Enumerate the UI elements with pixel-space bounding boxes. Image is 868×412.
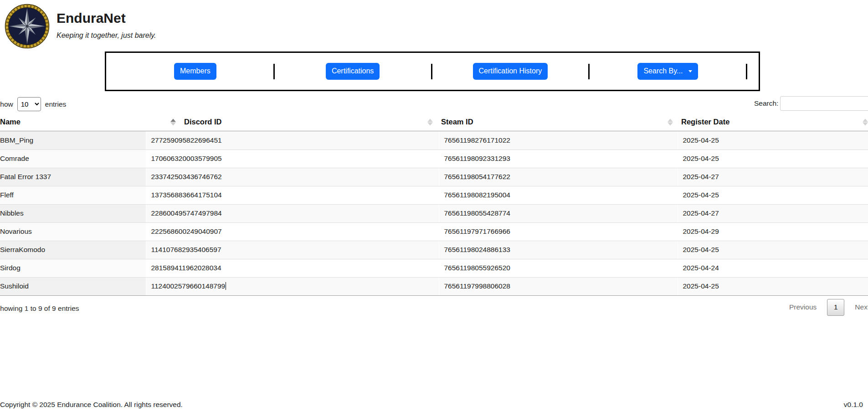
cell-register-date: 2025-04-24 <box>678 259 868 277</box>
page-length-control: Show 10 entries <box>0 97 66 111</box>
cell-name: Novarious <box>0 222 146 241</box>
cell-discord-id: 277259095822696451 <box>146 131 439 149</box>
cell-register-date: 2025-04-25 <box>678 277 868 295</box>
nav-section: Search By... <box>590 63 746 80</box>
cell-steam-id: 76561198092331293 <box>439 149 678 168</box>
table-row: Fatal Error 1337 233742503436746762 7656… <box>0 168 868 186</box>
version-text: v0.1.0 <box>844 401 863 409</box>
previous-page-button[interactable]: Previous <box>785 299 821 315</box>
caret-down-icon <box>688 70 692 72</box>
text-cursor <box>226 282 226 290</box>
cell-register-date: 2025-04-29 <box>678 222 868 241</box>
cell-discord-id: 114107682935406597 <box>146 241 439 259</box>
pagination: Previous 1 Next <box>785 299 868 316</box>
nav-certification-history-button[interactable]: Certification History <box>473 63 548 80</box>
nav-section: Certifications <box>275 63 431 80</box>
cell-steam-id: 76561198024886133 <box>439 241 678 259</box>
cell-discord-id: 1124002579660148799 <box>146 277 439 295</box>
nav-section: Members <box>117 63 273 80</box>
cell-discord-id: 233742503436746762 <box>146 168 439 186</box>
cell-discord-id: 281589411962028034 <box>146 259 439 277</box>
table-row: Sushiloid 1124002579660148799 7656119799… <box>0 277 868 295</box>
nav-search-by-label: Search By... <box>643 67 683 75</box>
cell-steam-id: 76561198055926520 <box>439 259 678 277</box>
cell-register-date: 2025-04-25 <box>678 149 868 168</box>
cell-steam-id: 76561198082195004 <box>439 186 678 204</box>
search-input[interactable] <box>780 96 868 111</box>
table-row: Novarious 222568600249040907 76561197971… <box>0 222 868 241</box>
cell-name: Nibbles <box>0 204 146 222</box>
cell-name: Sirdog <box>0 259 146 277</box>
compass-logo-icon <box>5 4 50 49</box>
search-label: Search: <box>754 99 778 108</box>
column-header-label: Discord ID <box>184 118 222 126</box>
cell-steam-id: 76561198055428774 <box>439 204 678 222</box>
table-row: BBM_Ping 277259095822696451 765611982761… <box>0 131 868 149</box>
cell-name: Fleff <box>0 186 146 204</box>
cell-name: Sushiloid <box>0 277 146 295</box>
page-content: EnduraNet Keeping it together, just bare… <box>0 0 868 321</box>
table-row: Fleff 137356883664175104 765611980821950… <box>0 186 868 204</box>
nav-divider <box>746 64 747 79</box>
column-header-discord-id[interactable]: Discord ID <box>179 113 436 131</box>
nav-certifications-button[interactable]: Certifications <box>326 63 380 80</box>
table-search-control: Search: <box>754 96 868 111</box>
sort-arrows-icon <box>863 118 868 125</box>
table-controls: Show 10 entries Search: <box>0 93 868 113</box>
column-header-register-date[interactable]: Register Date <box>676 113 868 131</box>
cell-name: BBM_Ping <box>0 131 146 149</box>
cell-steam-id: 76561197998806028 <box>439 277 678 295</box>
cell-discord-id: 222568600249040907 <box>146 222 439 241</box>
table-row: SierraKomodo 114107682935406597 76561198… <box>0 241 868 259</box>
column-header-label: Register Date <box>681 118 729 126</box>
cell-discord-id: 228600495747497984 <box>146 204 439 222</box>
sort-asc-icon <box>170 118 176 125</box>
cell-discord-id: 170606320003579905 <box>146 149 439 168</box>
cell-steam-id: 76561198276171022 <box>439 131 678 149</box>
column-header-label: Steam ID <box>441 118 473 126</box>
nav-search-by-dropdown[interactable]: Search By... <box>637 63 698 80</box>
app-title: EnduraNet <box>56 10 156 26</box>
brand-header: EnduraNet Keeping it together, just bare… <box>0 0 868 52</box>
cell-register-date: 2025-04-25 <box>678 241 868 259</box>
cell-register-date: 2025-04-25 <box>678 131 868 149</box>
site-footer: Copyright © 2025 Endurance Coalition. Al… <box>0 401 868 411</box>
cell-name: Comrade <box>0 149 146 168</box>
cell-register-date: 2025-04-27 <box>678 204 868 222</box>
sort-arrows-icon <box>668 118 673 125</box>
sort-arrows-icon <box>427 118 433 125</box>
brand-text: EnduraNet Keeping it together, just bare… <box>56 4 156 40</box>
cell-name: Fatal Error 1337 <box>0 168 146 186</box>
next-page-button[interactable]: Next <box>850 299 868 315</box>
main-nav: Members Certifications Certification His… <box>105 52 760 91</box>
cell-steam-id: 76561198054177622 <box>439 168 678 186</box>
page-number-button[interactable]: 1 <box>827 299 844 316</box>
show-label: Show <box>0 100 13 108</box>
cell-register-date: 2025-04-27 <box>678 168 868 186</box>
nav-section: Certification History <box>432 63 589 80</box>
cell-steam-id: 76561197971766966 <box>439 222 678 241</box>
cell-discord-id: 137356883664175104 <box>146 186 439 204</box>
table-row: Nibbles 228600495747497984 7656119805542… <box>0 204 868 222</box>
cell-discord-id-value: 1124002579660148799 <box>151 282 226 290</box>
table-header-row: Name Discord ID Steam ID Register Date <box>0 113 868 131</box>
page-size-select[interactable]: 10 <box>17 97 41 111</box>
app-tagline: Keeping it together, just barely. <box>56 31 156 40</box>
members-table: BBM_Ping 277259095822696451 765611982761… <box>0 131 868 296</box>
entries-label: entries <box>45 100 67 108</box>
table-row: Comrade 170606320003579905 7656119809233… <box>0 149 868 168</box>
column-header-steam-id[interactable]: Steam ID <box>436 113 676 131</box>
column-header-label: Name <box>0 118 21 126</box>
cell-register-date: 2025-04-25 <box>678 186 868 204</box>
nav-members-button[interactable]: Members <box>174 63 216 80</box>
table-info: Showing 1 to 9 of 9 entries <box>0 304 79 313</box>
table-row: Sirdog 281589411962028034 76561198055926… <box>0 259 868 277</box>
copyright-text: Copyright © 2025 Endurance Coalition. Al… <box>0 401 183 409</box>
table-footer: Showing 1 to 9 of 9 entries Previous 1 N… <box>0 296 868 321</box>
column-header-name[interactable]: Name <box>0 113 179 131</box>
cell-name: SierraKomodo <box>0 241 146 259</box>
